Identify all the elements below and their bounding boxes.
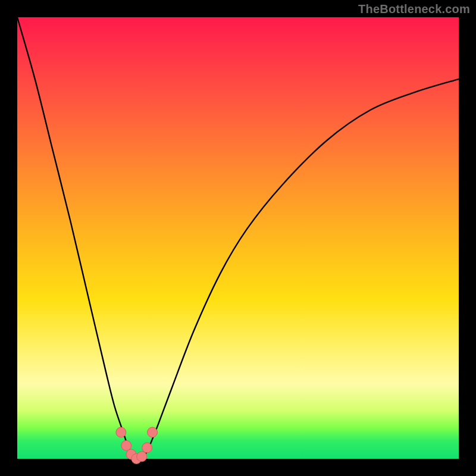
chart-frame: TheBottleneck.com bbox=[0, 0, 476, 476]
valley-marker bbox=[142, 443, 152, 453]
valley-marker bbox=[137, 452, 147, 462]
bottleneck-curve bbox=[17, 17, 459, 459]
valley-marker bbox=[121, 440, 131, 450]
valley-marker bbox=[148, 427, 158, 437]
valley-marker bbox=[116, 427, 126, 437]
curve-layer bbox=[0, 0, 476, 476]
